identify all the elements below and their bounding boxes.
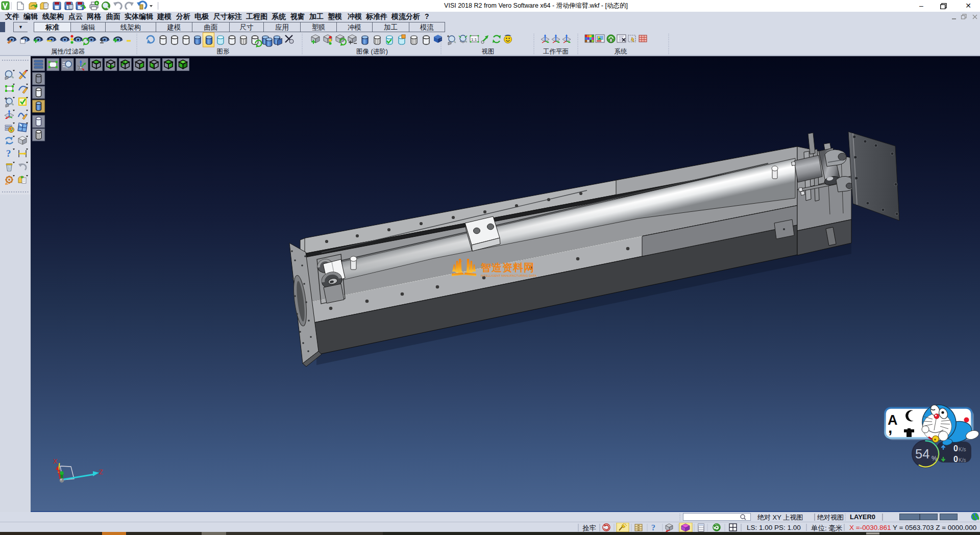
- svg-text:智造资料网: 智造资料网: [480, 262, 534, 273]
- svg-text:,: ,: [888, 419, 892, 436]
- svg-text:图像 (进阶): 图像 (进阶): [356, 48, 388, 55]
- svg-text:54: 54: [915, 447, 929, 461]
- svg-text:K/s: K/s: [959, 457, 966, 463]
- svg-text:X: X: [53, 457, 58, 465]
- svg-text:?: ?: [6, 148, 11, 159]
- svg-text:属性/过滤器: 属性/过滤器: [51, 48, 85, 55]
- svg-text:Z: Z: [99, 468, 103, 476]
- svg-text:图形: 图形: [217, 48, 230, 55]
- svg-text:0: 0: [953, 455, 958, 464]
- svg-text:?: ?: [651, 523, 655, 532]
- svg-text:0: 0: [953, 444, 958, 453]
- svg-text:%: %: [932, 455, 937, 462]
- svg-text:INTELLIGENT MANUFACTURING DATA: INTELLIGENT MANUFACTURING DATA: [481, 274, 536, 277]
- svg-text:1:1: 1:1: [471, 37, 477, 42]
- svg-text:工作平面: 工作平面: [543, 48, 569, 55]
- svg-text:系统: 系统: [615, 48, 628, 55]
- svg-text:视图: 视图: [482, 48, 495, 55]
- svg-text:K/s: K/s: [959, 447, 966, 452]
